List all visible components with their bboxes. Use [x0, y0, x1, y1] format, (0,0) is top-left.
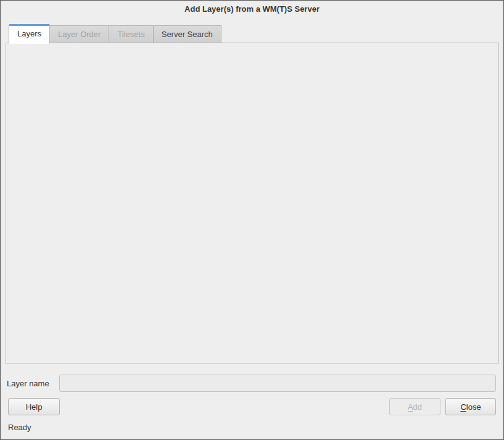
tab-server-search[interactable]: Server Search	[154, 25, 221, 43]
tab-tilesets: Tilesets	[109, 25, 153, 43]
tab-layers[interactable]: Layers	[9, 24, 50, 44]
close-button[interactable]: Close	[445, 398, 496, 415]
layer-name-input[interactable]	[59, 375, 496, 392]
layer-name-label: Layer name	[7, 379, 49, 388]
tab-bar: Layers Layer Order Tilesets Server Searc…	[9, 25, 221, 44]
wms-dialog-window: Add Layer(s) from a WM(T)S Server Layers…	[0, 0, 504, 440]
layers-tab-panel	[6, 43, 499, 363]
status-text: Ready	[8, 423, 31, 432]
help-button[interactable]: Help	[8, 398, 60, 415]
tab-layer-order: Layer Order	[50, 25, 109, 43]
dialog-title: Add Layer(s) from a WM(T)S Server	[1, 4, 503, 14]
add-button: Add	[389, 398, 440, 415]
